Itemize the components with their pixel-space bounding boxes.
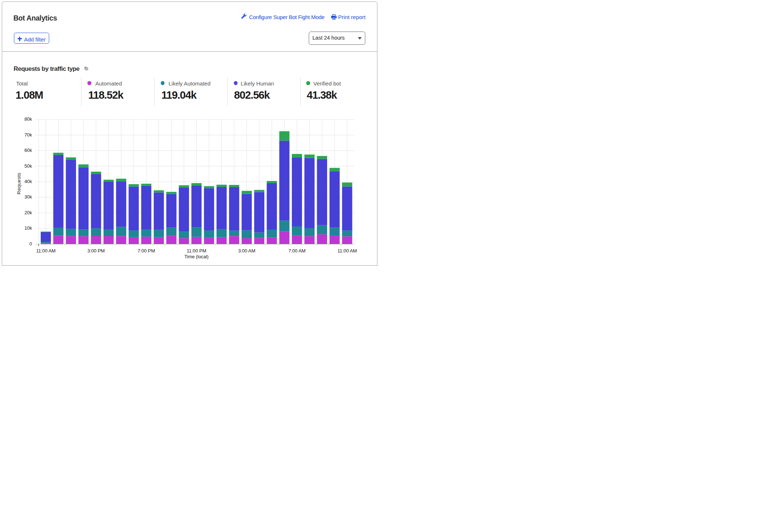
svg-text:0: 0 bbox=[29, 241, 32, 247]
svg-text:Time (local): Time (local) bbox=[184, 254, 209, 259]
svg-text:70k: 70k bbox=[24, 132, 32, 138]
svg-text:30k: 30k bbox=[24, 194, 32, 200]
svg-text:7:00 PM: 7:00 PM bbox=[138, 248, 155, 254]
svg-text:Requests: Requests bbox=[16, 172, 22, 194]
svg-text:11:00 AM: 11:00 AM bbox=[337, 248, 357, 254]
svg-text:60k: 60k bbox=[24, 147, 32, 153]
svg-text:40k: 40k bbox=[24, 179, 32, 184]
svg-text:3:00 PM: 3:00 PM bbox=[87, 248, 105, 254]
svg-text:50k: 50k bbox=[24, 163, 32, 169]
svg-text:7:00 AM: 7:00 AM bbox=[288, 248, 305, 254]
svg-text:11:00 AM: 11:00 AM bbox=[36, 248, 55, 254]
svg-text:80k: 80k bbox=[24, 116, 32, 122]
svg-text:11:00 PM: 11:00 PM bbox=[186, 248, 206, 254]
svg-text:3:00 AM: 3:00 AM bbox=[238, 248, 256, 254]
svg-text:20k: 20k bbox=[24, 210, 32, 215]
svg-text:10k: 10k bbox=[24, 225, 32, 231]
